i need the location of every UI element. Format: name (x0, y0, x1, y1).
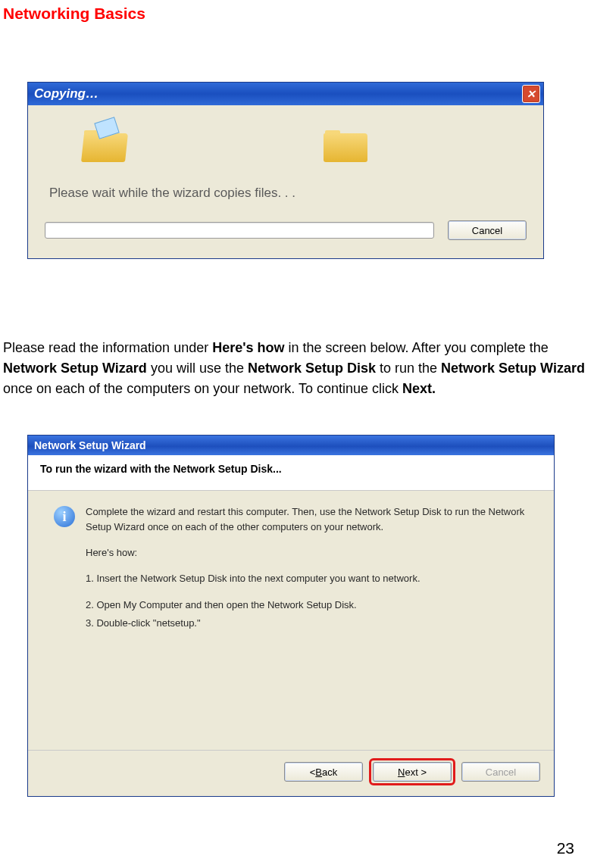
copy-animation (45, 119, 527, 172)
cancel-button[interactable]: Cancel (448, 220, 527, 240)
wizard-header: To run the wizard with the Network Setup… (28, 455, 554, 491)
next-rest: ext > (405, 767, 427, 778)
back-arrow: < (310, 767, 316, 778)
wizard-step-3: 3. Double-click "netsetup." (86, 616, 528, 631)
back-button[interactable]: < Back (284, 762, 363, 782)
page-heading: Networking Basics (0, 0, 594, 23)
next-button[interactable]: Next > (373, 762, 452, 782)
wizard-intro: Complete the wizard and restart this com… (86, 504, 528, 535)
folder-dest-icon (324, 129, 367, 162)
next-button-highlight: Next > (369, 758, 455, 785)
wizard-step-2: 2. Open My Computer and then open the Ne… (86, 598, 528, 613)
next-underline: N (398, 767, 405, 778)
progress-bar (45, 222, 434, 239)
wizard-body: i Complete the wizard and restart this c… (28, 491, 554, 750)
wizard-title: Network Setup Wizard (34, 439, 146, 451)
instruction-paragraph: Please read the information under Here's… (3, 338, 594, 399)
wizard-text: Complete the wizard and restart this com… (86, 504, 528, 732)
copying-titlebar: Copying… ✕ (28, 83, 543, 105)
close-button[interactable]: ✕ (522, 85, 540, 103)
wizard-titlebar: Network Setup Wizard (28, 436, 554, 455)
wizard-footer: < Back Next > Cancel (28, 750, 554, 796)
page-number: 23 (557, 839, 574, 857)
folder-source-icon (83, 129, 127, 162)
wizard-step-1: 1. Insert the Network Setup Disk into th… (86, 571, 528, 586)
wizard-cancel-button: Cancel (461, 762, 540, 782)
info-icon: i (54, 506, 75, 527)
copying-title: Copying… (34, 86, 98, 101)
back-underline: B (315, 767, 322, 778)
back-rest: ack (322, 767, 337, 778)
wizard-heres-how: Here's how: (86, 545, 528, 560)
copying-message: Please wait while the wizard copies file… (49, 186, 527, 201)
close-icon: ✕ (527, 88, 536, 100)
copying-body: Please wait while the wizard copies file… (28, 105, 543, 258)
network-setup-wizard-dialog: Network Setup Wizard To run the wizard w… (27, 435, 555, 797)
copying-dialog: Copying… ✕ Please wait while the wizard … (27, 82, 544, 259)
